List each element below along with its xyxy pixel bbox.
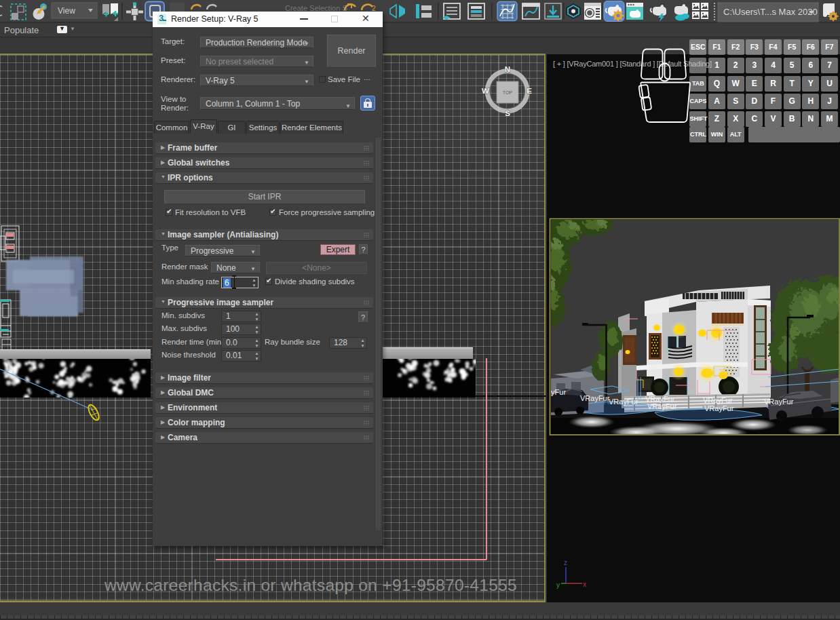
svg-text:VRayFur: VRayFur [764,398,794,406]
svg-text:ayFur: ayFur [548,388,566,396]
svg-text:VRayFur: VRayFur [704,404,734,412]
svg-text:VRayFur: VRayFur [647,402,677,410]
svg-text:VRayFur: VRayFur [580,394,610,402]
svg-text:S: S [505,109,510,117]
svg-text:W: W [482,87,489,95]
svg-text:z: z [564,559,567,566]
svg-text:VRayFur: VRayFur [703,396,733,404]
svg-text:E: E [527,87,532,95]
svg-text:C:\Users\T...s Max 2020: C:\Users\T...s Max 2020 [723,7,818,17]
svg-text:VRayFur: VRayFur [609,398,638,406]
svg-text:View: View [58,6,75,16]
svg-text:N: N [505,65,510,73]
svg-text:TOP: TOP [503,90,513,95]
